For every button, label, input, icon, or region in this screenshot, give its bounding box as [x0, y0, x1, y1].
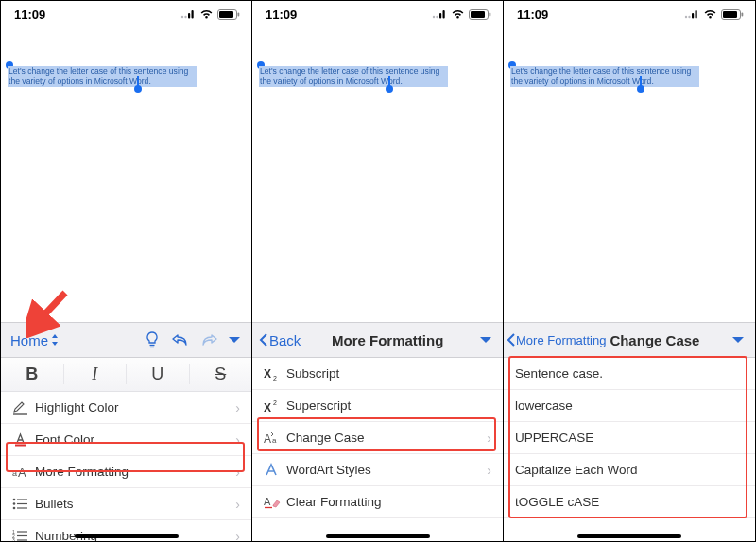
chevron-left-icon [506, 332, 516, 347]
svg-rect-31 [471, 11, 485, 18]
chevron-right-icon: › [235, 400, 240, 415]
row-sentence-case[interactable]: Sentence case. [504, 358, 755, 390]
ribbon-tab-home[interactable]: Home [7, 332, 63, 348]
home-menu: Highlight Color › Font Color › aA More F… [1, 392, 251, 541]
svg-rect-5 [219, 11, 233, 18]
chevron-right-icon: › [235, 432, 240, 448]
signal-icon [432, 9, 447, 19]
numbering-icon: 123 [12, 530, 35, 541]
status-icons [180, 9, 240, 20]
svg-rect-43 [692, 13, 694, 19]
document-area[interactable]: Let's change the letter case of this sen… [252, 27, 503, 322]
svg-rect-47 [742, 12, 744, 16]
selected-text[interactable]: Let's change the letter case of this sen… [259, 66, 448, 87]
status-bar: 11:09 [504, 1, 755, 27]
selected-text[interactable]: Let's change the letter case of this sen… [8, 66, 197, 87]
row-label: Font Color [35, 432, 235, 447]
row-clear-formatting[interactable]: A Clear Formatting [252, 486, 503, 518]
svg-rect-2 [188, 13, 190, 19]
row-label: lowercase [515, 398, 744, 413]
superscript-icon: X2 [264, 399, 286, 413]
collapse-ribbon-button[interactable] [474, 335, 497, 345]
row-label: More Formatting [35, 465, 235, 479]
svg-rect-6 [238, 12, 240, 16]
row-highlight-color[interactable]: Highlight Color › [1, 392, 251, 424]
svg-rect-46 [723, 11, 737, 18]
collapse-ribbon-button[interactable] [727, 335, 749, 345]
svg-text:a: a [12, 468, 17, 478]
bullets-icon [12, 498, 35, 510]
selection-handle-end[interactable] [386, 85, 393, 93]
change-case-menu: Sentence case. lowercase UPPERCASE Capit… [504, 358, 755, 518]
row-label: Superscript [286, 398, 491, 413]
back-label: Back [269, 332, 301, 348]
signal-icon [684, 9, 699, 19]
svg-point-14 [13, 499, 16, 501]
row-label: Highlight Color [35, 400, 235, 415]
more-formatting-icon: aA [12, 466, 35, 479]
italic-button[interactable]: I [64, 364, 128, 384]
more-formatting-menu: X2 Subscript X2 Superscript Aa Change Ca… [252, 358, 503, 518]
pane-more-formatting: 11:09 Let's change the letter case of th… [252, 1, 504, 541]
selection-handle-end[interactable] [637, 85, 644, 93]
row-change-case[interactable]: Aa Change Case › [252, 422, 503, 454]
row-font-color[interactable]: Font Color › [1, 424, 251, 456]
toolbar-title: More Formatting [301, 332, 474, 348]
svg-text:A: A [18, 466, 26, 479]
underline-button[interactable]: U [127, 364, 190, 384]
svg-text:X: X [264, 401, 271, 413]
breadcrumb-label: More Formatting [516, 333, 606, 347]
collapse-ribbon-button[interactable] [223, 335, 246, 345]
redo-button[interactable] [195, 326, 223, 354]
svg-point-27 [436, 16, 438, 18]
svg-text:3: 3 [12, 537, 15, 541]
row-superscript[interactable]: X2 Superscript [252, 390, 503, 422]
status-time: 11:09 [14, 8, 45, 22]
back-button[interactable]: More Formatting [506, 332, 606, 347]
pane-home: 11:09 Let's change the letter case of th… [1, 1, 252, 541]
row-lowercase[interactable]: lowercase [504, 390, 755, 422]
svg-point-18 [13, 507, 16, 510]
row-capitalize-each-word[interactable]: Capitalize Each Word [504, 454, 755, 486]
home-indicator[interactable] [577, 534, 681, 539]
chevron-right-icon: › [235, 529, 240, 542]
row-subscript[interactable]: X2 Subscript [252, 358, 503, 390]
undo-button[interactable] [166, 326, 195, 354]
row-more-formatting[interactable]: aA More Formatting › [1, 456, 251, 488]
status-bar: 11:09 [252, 1, 503, 27]
row-label: Bullets [35, 497, 235, 511]
row-toggle-case[interactable]: tOGGLE cASE [504, 486, 755, 518]
svg-text:A: A [264, 496, 271, 507]
row-label: Change Case [286, 431, 487, 445]
document-area[interactable]: Let's change the letter case of this sen… [1, 27, 251, 322]
status-time: 11:09 [266, 8, 297, 22]
back-button[interactable]: Back [258, 332, 301, 348]
svg-point-42 [688, 16, 690, 18]
selected-text[interactable]: Let's change the letter case of this sen… [510, 66, 699, 87]
chevron-right-icon: › [487, 431, 491, 446]
strike-button[interactable]: S [190, 364, 252, 384]
chevron-left-icon [258, 332, 268, 347]
row-uppercase[interactable]: UPPERCASE [504, 422, 755, 454]
svg-point-26 [433, 16, 435, 18]
svg-text:a: a [272, 436, 277, 445]
status-bar: 11:09 [1, 1, 251, 27]
battery-icon [721, 9, 744, 20]
svg-point-41 [685, 16, 687, 18]
svg-text:X: X [264, 367, 271, 381]
row-bullets[interactable]: Bullets › [1, 488, 251, 520]
svg-rect-32 [490, 12, 491, 16]
home-indicator[interactable] [326, 534, 430, 539]
lightbulb-button[interactable] [138, 326, 166, 354]
row-wordart[interactable]: WordArt Styles › [252, 454, 503, 486]
ribbon-tab-label: Home [10, 332, 48, 348]
selection-handle-end[interactable] [134, 85, 142, 93]
document-area[interactable]: Let's change the letter case of this sen… [504, 27, 755, 322]
bold-button[interactable]: B [1, 364, 64, 384]
svg-rect-44 [696, 10, 697, 19]
home-indicator[interactable] [75, 534, 179, 539]
change-case-icon: Aa [264, 432, 286, 445]
row-label: Capitalize Each Word [515, 463, 744, 477]
svg-text:2: 2 [273, 375, 277, 381]
ribbon-toolbar: Back More Formatting [252, 322, 503, 358]
